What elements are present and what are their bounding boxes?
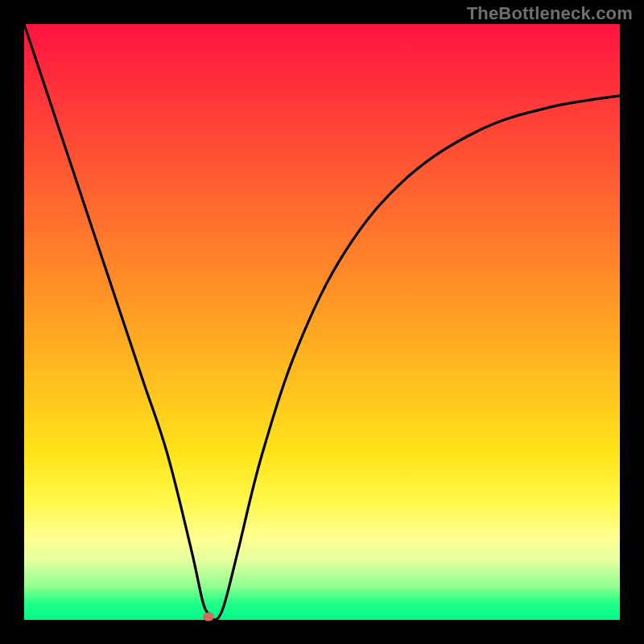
curve-svg (24, 24, 620, 620)
bottleneck-curve (24, 24, 620, 620)
chart-frame: TheBottleneck.com (0, 0, 644, 644)
watermark-text: TheBottleneck.com (467, 3, 633, 24)
plot-area (24, 24, 620, 620)
optimum-marker-icon (203, 613, 214, 621)
